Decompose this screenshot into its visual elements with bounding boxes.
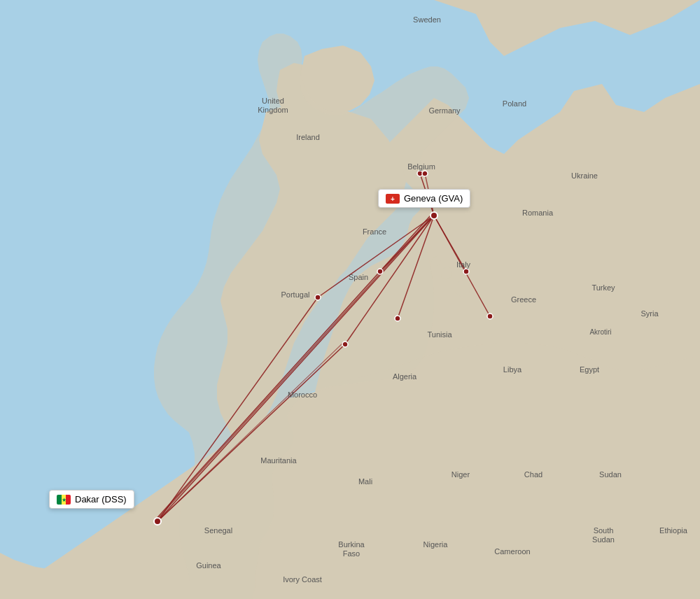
map-container: Sweden United Kingdom Ireland Germany Po… bbox=[0, 0, 700, 599]
geneva-label-text: Geneva (GVA) bbox=[404, 193, 463, 204]
svg-point-24 bbox=[154, 518, 161, 525]
svg-text:Ethiopia: Ethiopia bbox=[659, 526, 688, 535]
svg-text:Morocco: Morocco bbox=[288, 390, 317, 399]
senegal-flag: ★ bbox=[57, 495, 71, 505]
svg-text:Spain: Spain bbox=[349, 273, 368, 281]
svg-text:Ivory Coast: Ivory Coast bbox=[283, 575, 322, 584]
svg-text:Turkey: Turkey bbox=[592, 283, 615, 292]
svg-point-18 bbox=[342, 341, 348, 347]
svg-point-16 bbox=[422, 171, 428, 176]
svg-text:Cameroon: Cameroon bbox=[494, 547, 530, 556]
svg-text:Mali: Mali bbox=[358, 477, 372, 486]
svg-text:Sweden: Sweden bbox=[413, 15, 441, 24]
svg-text:Greece: Greece bbox=[511, 295, 536, 304]
svg-point-21 bbox=[463, 269, 469, 274]
svg-point-20 bbox=[395, 316, 400, 321]
svg-point-22 bbox=[487, 313, 493, 319]
svg-text:Egypt: Egypt bbox=[580, 365, 599, 374]
svg-text:Libya: Libya bbox=[503, 365, 522, 374]
svg-text:Portugal: Portugal bbox=[281, 290, 310, 299]
svg-text:Sudan: Sudan bbox=[592, 535, 615, 544]
svg-text:Italy: Italy bbox=[456, 260, 471, 269]
dakar-airport-label: ★ Dakar (DSS) bbox=[49, 490, 134, 509]
geneva-airport-label: + Geneva (GVA) bbox=[378, 189, 470, 208]
svg-text:Poland: Poland bbox=[503, 99, 526, 108]
svg-text:Akrotiri: Akrotiri bbox=[589, 328, 611, 336]
svg-text:Senegal: Senegal bbox=[204, 526, 232, 535]
svg-text:Mauritania: Mauritania bbox=[260, 456, 297, 465]
svg-text:Germany: Germany bbox=[428, 106, 461, 115]
svg-text:Ukraine: Ukraine bbox=[571, 171, 598, 180]
svg-text:Nigeria: Nigeria bbox=[424, 540, 449, 549]
svg-text:Ireland: Ireland bbox=[296, 133, 320, 141]
svg-text:France: France bbox=[363, 227, 386, 236]
svg-text:Niger: Niger bbox=[451, 470, 470, 479]
svg-text:Guinea: Guinea bbox=[196, 561, 221, 570]
svg-point-17 bbox=[315, 295, 321, 300]
svg-text:Faso: Faso bbox=[343, 549, 360, 558]
svg-text:Romania: Romania bbox=[522, 209, 554, 217]
switzerland-flag: + bbox=[386, 194, 400, 204]
svg-text:Kingdom: Kingdom bbox=[258, 106, 288, 114]
svg-text:Algeria: Algeria bbox=[393, 372, 417, 381]
svg-text:Tunisia: Tunisia bbox=[427, 330, 452, 339]
svg-point-19 bbox=[377, 269, 383, 274]
svg-text:Syria: Syria bbox=[640, 309, 659, 318]
svg-text:Burkina: Burkina bbox=[338, 540, 365, 549]
svg-text:United: United bbox=[262, 97, 284, 105]
dakar-label-text: Dakar (DSS) bbox=[75, 494, 127, 505]
svg-text:South: South bbox=[594, 526, 614, 535]
svg-text:Sudan: Sudan bbox=[599, 470, 622, 479]
svg-text:Belgium: Belgium bbox=[407, 162, 435, 171]
svg-text:Chad: Chad bbox=[524, 470, 542, 479]
map-svg: Sweden United Kingdom Ireland Germany Po… bbox=[0, 0, 700, 599]
svg-point-23 bbox=[430, 212, 438, 219]
